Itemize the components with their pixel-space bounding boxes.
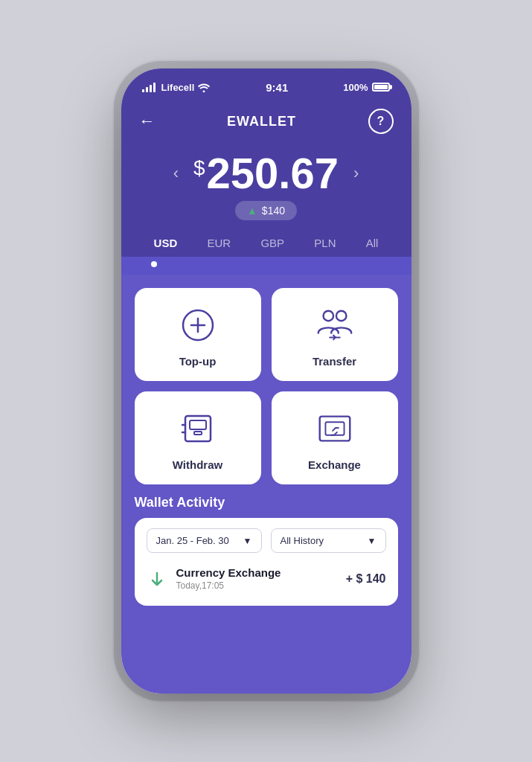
status-time: 9:41 [266, 81, 288, 94]
svg-point-4 [336, 311, 346, 321]
svg-rect-7 [194, 432, 202, 435]
balance-display: $ 250.67 [193, 152, 339, 195]
battery-percent: 100% [343, 82, 368, 93]
phone-shell: Lifecell 9:41 100% ← EWALLET ? ‹ [121, 68, 411, 694]
carrier-label: Lifecell [161, 82, 195, 93]
date-filter-label: Jan. 25 - Feb. 30 [156, 535, 229, 546]
topup-card[interactable]: Top-up [135, 288, 261, 381]
tab-active-dot [151, 261, 157, 267]
topup-icon [177, 304, 219, 346]
exchange-icon [314, 408, 356, 449]
back-button[interactable]: ← [139, 112, 156, 131]
withdraw-label: Withdraw [173, 458, 222, 471]
status-left: Lifecell [142, 82, 211, 93]
header: ← EWALLET ? [121, 101, 411, 144]
wallet-activity-title: Wallet Activity [135, 495, 398, 510]
transaction-direction-icon [147, 569, 167, 589]
svg-rect-6 [190, 420, 206, 429]
transaction-item: Currency Exchange Today,17:05 + $ 140 [147, 562, 386, 595]
badge-up-arrow-icon: ▲ [247, 205, 257, 217]
date-filter-arrow-icon: ▼ [243, 536, 252, 546]
balance-next-button[interactable]: › [350, 161, 362, 186]
transfer-card[interactable]: Transfer [272, 288, 398, 381]
date-filter-dropdown[interactable]: Jan. 25 - Feb. 30 ▼ [147, 528, 262, 553]
signal-bars [142, 83, 156, 92]
status-right: 100% [343, 82, 390, 93]
transfer-icon [314, 304, 356, 346]
tab-indicator-row [121, 257, 411, 275]
transaction-time: Today,17:05 [176, 580, 337, 591]
withdraw-icon [177, 408, 219, 449]
balance-badge: ▲ $140 [235, 201, 297, 220]
balance-number: 250.67 [207, 152, 339, 195]
page-title: EWALLET [227, 114, 296, 129]
tab-usd[interactable]: USD [145, 231, 187, 257]
status-bar: Lifecell 9:41 100% [121, 68, 411, 101]
exchange-card[interactable]: Exchange [272, 391, 398, 484]
tab-gbp[interactable]: GBP [251, 231, 293, 257]
wifi-icon [197, 82, 211, 92]
help-button[interactable]: ? [368, 109, 394, 134]
tab-eur[interactable]: EUR [199, 231, 240, 257]
activity-card: Jan. 25 - Feb. 30 ▼ All History ▼ [135, 518, 398, 606]
tab-pln[interactable]: PLN [305, 231, 344, 257]
history-filter-label: All History [281, 535, 324, 546]
currency-tabs: USD EUR GBP PLN All [121, 231, 411, 257]
svg-point-3 [323, 311, 333, 321]
history-filter-arrow-icon: ▼ [368, 536, 376, 546]
battery-icon [372, 83, 390, 92]
transaction-details: Currency Exchange Today,17:05 [176, 566, 337, 591]
topup-label: Top-up [179, 355, 217, 368]
balance-prev-button[interactable]: ‹ [170, 161, 182, 186]
transaction-name: Currency Exchange [176, 566, 337, 579]
balance-section: ‹ $ 250.67 › ▲ $140 [121, 144, 411, 231]
transfer-label: Transfer [313, 355, 356, 368]
tab-all[interactable]: All [357, 231, 388, 257]
history-filter-dropdown[interactable]: All History ▼ [271, 528, 386, 553]
currency-symbol: $ [193, 156, 205, 180]
transaction-amount: + $ 140 [346, 572, 386, 586]
action-grid: Top-up Transf [135, 288, 398, 484]
wallet-activity-section: Wallet Activity Jan. 25 - Feb. 30 ▼ All … [135, 495, 398, 606]
main-content: Top-up Transf [121, 275, 411, 694]
activity-filters: Jan. 25 - Feb. 30 ▼ All History ▼ [147, 528, 386, 553]
balance-row: ‹ $ 250.67 › [139, 152, 394, 195]
exchange-label: Exchange [308, 458, 361, 471]
badge-amount: $140 [262, 205, 285, 217]
withdraw-card[interactable]: Withdraw [135, 391, 261, 484]
